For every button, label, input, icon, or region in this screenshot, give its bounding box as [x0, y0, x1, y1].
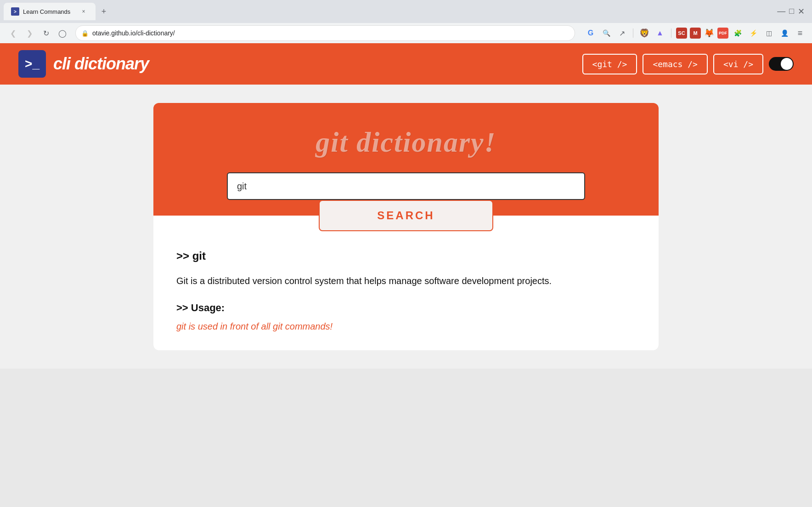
- lock-icon: 🔒: [81, 30, 89, 37]
- tab-bar: > Learn Commands × +: [4, 0, 110, 23]
- ext-puzzle-icon[interactable]: 🧩: [731, 27, 744, 40]
- card-top: git dictionary!: [153, 103, 659, 200]
- result-command: >> git: [176, 250, 636, 262]
- result-usage-text: git is used in front of all git commands…: [176, 321, 636, 332]
- dictionary-card: git dictionary! SEARCH >> git Git is a d…: [153, 103, 659, 350]
- bookmark-button[interactable]: ◯: [55, 26, 70, 40]
- logo-area: >_ cli dictionary: [18, 50, 149, 78]
- address-bar[interactable]: 🔒 otavie.github.io/cli-dictionary/: [75, 25, 575, 41]
- search-button-section: SEARCH: [153, 200, 659, 231]
- share-icon[interactable]: ↗: [615, 27, 628, 40]
- result-usage-label: >> Usage:: [176, 302, 636, 314]
- logo-icon: >_: [18, 50, 46, 78]
- browser-controls-bar: ❮ ❯ ↻ ◯ 🔒 otavie.github.io/cli-dictionar…: [0, 23, 812, 43]
- browser-chrome: > Learn Commands × + — □ ✕ ❮ ❯ ↻ ◯ 🔒 ota…: [0, 0, 812, 43]
- result-description: Git is a distributed version control sys…: [176, 273, 636, 288]
- new-tab-button[interactable]: +: [97, 5, 110, 18]
- divider2: [671, 28, 671, 38]
- dark-mode-toggle[interactable]: [769, 57, 794, 71]
- menu-button[interactable]: ≡: [794, 27, 806, 40]
- search-input[interactable]: [227, 172, 585, 200]
- emacs-nav-button[interactable]: <emacs />: [643, 54, 708, 74]
- sidebar-button[interactable]: ◫: [762, 27, 775, 40]
- toolbar-icons: G 🔍 ↗ 🦁 ▲ SC M 🦊 PDF 🧩 ⚡ ◫ 👤 ≡: [584, 27, 806, 40]
- tab-title: Learn Commands: [23, 8, 75, 15]
- restore-button[interactable]: □: [789, 6, 794, 17]
- git-nav-button[interactable]: <git />: [582, 54, 637, 74]
- ext-lightning-icon[interactable]: ⚡: [747, 27, 760, 40]
- minimize-button[interactable]: —: [777, 6, 785, 17]
- ext-fox-icon[interactable]: 🦊: [704, 28, 715, 39]
- site-title: cli dictionary: [53, 54, 149, 74]
- dictionary-heading: git dictionary!: [316, 126, 496, 159]
- tab-close-button[interactable]: ×: [79, 7, 88, 16]
- tab-favicon: >: [11, 7, 19, 16]
- profile-button[interactable]: 👤: [778, 27, 791, 40]
- ext-sc-icon[interactable]: SC: [676, 28, 687, 39]
- brave-triangle-icon[interactable]: ▲: [654, 27, 666, 40]
- close-window-button[interactable]: ✕: [798, 6, 805, 17]
- window-controls: — □ ✕: [777, 6, 805, 17]
- vi-nav-button[interactable]: <vi />: [713, 54, 763, 74]
- ext-pdf-icon[interactable]: PDF: [717, 28, 728, 39]
- brave-icon[interactable]: 🦁: [638, 27, 651, 40]
- site-header: >_ cli dictionary <git /> <emacs /> <vi …: [0, 43, 812, 85]
- forward-button[interactable]: ❯: [22, 26, 37, 40]
- reload-button[interactable]: ↻: [39, 26, 53, 40]
- browser-titlebar: > Learn Commands × + — □ ✕: [0, 0, 812, 23]
- toggle-knob: [781, 58, 793, 70]
- google-icon[interactable]: G: [584, 27, 597, 40]
- site-content: >_ cli dictionary <git /> <emacs /> <vi …: [0, 43, 812, 369]
- nav-buttons: <git /> <emacs /> <vi />: [582, 54, 794, 74]
- url-text: otavie.github.io/cli-dictionary/: [92, 29, 569, 37]
- back-button[interactable]: ❮: [6, 26, 20, 40]
- active-tab[interactable]: > Learn Commands ×: [4, 3, 96, 20]
- ext-m-icon[interactable]: M: [690, 28, 701, 39]
- zoom-icon[interactable]: 🔍: [600, 27, 613, 40]
- card-search-section: git dictionary!: [172, 126, 640, 200]
- card-bottom: >> git Git is a distributed version cont…: [153, 231, 659, 350]
- divider: [633, 28, 633, 38]
- main-content: git dictionary! SEARCH >> git Git is a d…: [0, 85, 812, 369]
- search-button[interactable]: SEARCH: [319, 200, 493, 231]
